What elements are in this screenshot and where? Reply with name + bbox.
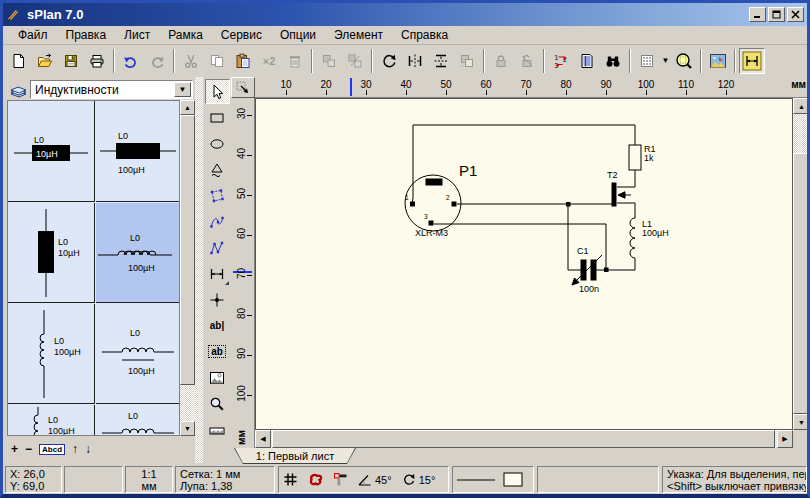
search-button[interactable] bbox=[600, 48, 626, 74]
library-category-select[interactable]: Индуктивности ▼ bbox=[30, 80, 193, 99]
rotate-button[interactable] bbox=[376, 48, 402, 74]
save-button[interactable] bbox=[58, 48, 84, 74]
paste-button[interactable] bbox=[230, 48, 256, 74]
minimize-button[interactable] bbox=[749, 7, 766, 22]
grid-toggle-icon[interactable] bbox=[283, 472, 298, 487]
canvas-h-thumb[interactable] bbox=[272, 430, 775, 448]
grid-settings-button[interactable] bbox=[634, 48, 660, 74]
title-bar[interactable]: sPlan 7.0 bbox=[3, 3, 807, 26]
print-button[interactable] bbox=[84, 48, 110, 74]
l1-value-label: 100µH bbox=[642, 228, 669, 238]
sheet-tab[interactable]: 1: Первый лист bbox=[234, 448, 356, 464]
lock-button[interactable] bbox=[488, 48, 514, 74]
v-ruler-tick bbox=[247, 395, 252, 396]
open-button[interactable] bbox=[32, 48, 58, 74]
library-item-inductor-6[interactable]: L0100µH bbox=[96, 304, 180, 404]
delete-button[interactable] bbox=[282, 48, 308, 74]
library-item-inductor-5[interactable]: L0100µH bbox=[8, 304, 95, 404]
ruler-tool[interactable] bbox=[205, 417, 230, 442]
library-add-button[interactable]: + bbox=[11, 442, 18, 456]
unlock-button[interactable] bbox=[514, 48, 540, 74]
library-item-inductor-1[interactable]: L010µH bbox=[8, 101, 95, 202]
library-scrollbar-thumb[interactable] bbox=[180, 115, 195, 385]
canvas-h-scrollbar[interactable]: ◀ ▶ bbox=[255, 430, 793, 448]
ellipse-tool[interactable] bbox=[205, 131, 230, 156]
cut-button[interactable] bbox=[178, 48, 204, 74]
close-button[interactable] bbox=[787, 7, 804, 22]
curve-tool[interactable] bbox=[205, 235, 230, 260]
background-image-button[interactable] bbox=[705, 48, 731, 74]
library-item-inductor-8[interactable]: L0 bbox=[96, 405, 180, 436]
angle-step-value: 45° bbox=[375, 474, 392, 486]
duplicate-button[interactable]: ×2 bbox=[256, 48, 282, 74]
maximize-button[interactable] bbox=[768, 7, 785, 22]
library-scrollbar[interactable]: ▲ ▼ bbox=[180, 100, 195, 436]
scrollbar-corner bbox=[793, 430, 810, 448]
new-button[interactable] bbox=[6, 48, 32, 74]
menu-item-7[interactable]: Элемент bbox=[325, 27, 392, 43]
menu-item-3[interactable]: Лист bbox=[115, 27, 159, 43]
mirror-horizontal-button[interactable] bbox=[402, 48, 428, 74]
panel-splitter[interactable] bbox=[195, 77, 203, 463]
library-scroll-up-icon[interactable]: ▲ bbox=[180, 100, 195, 115]
dimension-tool[interactable] bbox=[205, 261, 230, 286]
canvas-scroll-right-icon[interactable]: ▶ bbox=[777, 430, 793, 448]
rotate-step[interactable]: 15° bbox=[401, 472, 436, 487]
zoom-window-button[interactable] bbox=[671, 48, 697, 74]
elastic-mode-icon[interactable] bbox=[307, 472, 324, 487]
measure-mode-button[interactable] bbox=[739, 48, 765, 74]
parts-list-button[interactable] bbox=[574, 48, 600, 74]
library-scroll-down-icon[interactable]: ▼ bbox=[180, 421, 195, 436]
menu-item-1[interactable]: Файл bbox=[9, 27, 57, 43]
grid-dropdown-arrow[interactable]: ▼ bbox=[660, 48, 671, 74]
library-move-down-button[interactable]: ↓ bbox=[85, 442, 91, 456]
ruler-origin-button[interactable] bbox=[231, 77, 255, 98]
canvas-scroll-left-icon[interactable]: ◀ bbox=[255, 430, 271, 448]
h-ruler-label: 60 bbox=[477, 79, 495, 90]
mirror-vertical-button[interactable] bbox=[428, 48, 454, 74]
library-book-icon[interactable] bbox=[8, 80, 29, 99]
library-rename-button[interactable]: Abcd bbox=[39, 444, 65, 455]
image-tool[interactable] bbox=[205, 365, 230, 390]
special-shape-tool[interactable] bbox=[205, 157, 230, 182]
svg-text:L0: L0 bbox=[128, 411, 138, 421]
node-tool[interactable] bbox=[205, 287, 230, 312]
angle-step[interactable]: 45° bbox=[357, 472, 392, 487]
bezier-tool[interactable] bbox=[205, 209, 230, 234]
library-move-up-button[interactable]: ↑ bbox=[72, 442, 78, 456]
ungroup-button[interactable] bbox=[342, 48, 368, 74]
library-item-inductor-7[interactable]: L0100µH bbox=[8, 405, 95, 436]
send-to-back-button[interactable] bbox=[454, 48, 480, 74]
menu-item-4[interactable]: Рамка bbox=[159, 27, 212, 43]
canvas-v-thumb[interactable] bbox=[793, 153, 810, 414]
style-sample-panel[interactable] bbox=[452, 466, 534, 493]
library-item-inductor-3[interactable]: L010µH bbox=[8, 203, 95, 303]
pointer-snap-icon[interactable] bbox=[333, 472, 348, 487]
drawing-sheet[interactable]: P1 XLR-M3 1 2 3 R1 1k T2 L1 100µH C1 100… bbox=[255, 98, 793, 430]
canvas-scroll-down-icon[interactable]: ▼ bbox=[793, 414, 810, 430]
redo-button[interactable] bbox=[144, 48, 170, 74]
canvas-scroll-up-icon[interactable]: ▲ bbox=[793, 98, 810, 114]
library-item-inductor-2[interactable]: L0100µH bbox=[96, 101, 180, 202]
menu-item-8[interactable]: Справка bbox=[392, 27, 457, 43]
group-button[interactable] bbox=[316, 48, 342, 74]
rectangle-tool[interactable] bbox=[205, 105, 230, 130]
h-ruler-tick bbox=[286, 90, 287, 95]
dimension-flyout-arrow[interactable] bbox=[225, 281, 229, 285]
copy-button[interactable] bbox=[204, 48, 230, 74]
rotate-step-value: 15° bbox=[419, 474, 436, 486]
library-remove-button[interactable]: − bbox=[25, 442, 32, 456]
zoom-tool[interactable] bbox=[205, 391, 230, 416]
menu-item-2[interactable]: Правка bbox=[57, 27, 116, 43]
canvas-v-scrollbar[interactable]: ▲ ▼ bbox=[793, 98, 810, 430]
menu-item-6[interactable]: Опции bbox=[271, 27, 325, 43]
menu-item-5[interactable]: Сервис bbox=[212, 27, 271, 43]
textbox-tool[interactable]: ab bbox=[205, 339, 230, 364]
combo-dropdown-arrow[interactable]: ▼ bbox=[174, 82, 191, 97]
polygon-tool[interactable] bbox=[205, 183, 230, 208]
renumber-button[interactable]: 123 bbox=[548, 48, 574, 74]
text-tool[interactable]: ab| bbox=[205, 313, 230, 338]
pointer-tool[interactable] bbox=[205, 79, 230, 104]
library-item-inductor-4-selected[interactable]: L0100µH bbox=[96, 203, 180, 303]
undo-button[interactable] bbox=[118, 48, 144, 74]
